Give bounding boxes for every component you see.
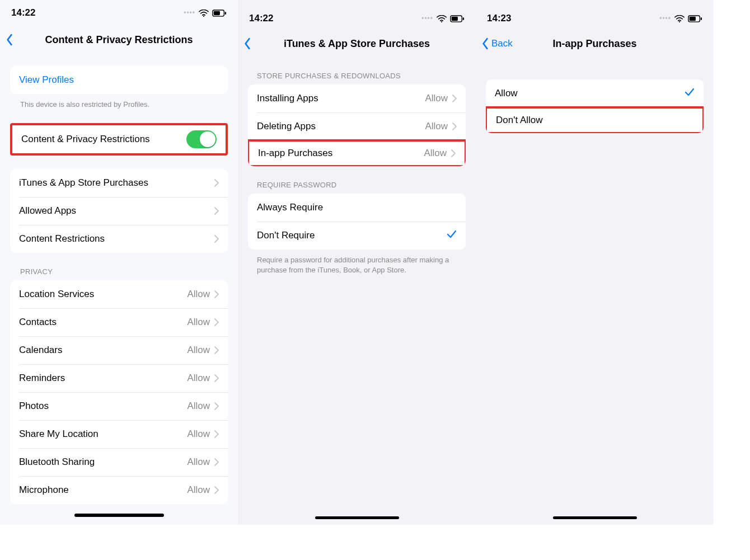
screen-content-privacy: 14:22 •••• Content & Privacy Restriction… [0, 0, 238, 525]
row-share-location[interactable]: Share My Location Allow [10, 420, 228, 448]
row-allowed-apps[interactable]: Allowed Apps [10, 197, 228, 225]
row-allow[interactable]: Allow [486, 79, 704, 107]
chevron-right-icon [214, 430, 219, 438]
check-icon [447, 229, 457, 242]
row-content-restrictions[interactable]: Content Restrictions [10, 225, 228, 253]
store-card: Installing Apps Allow Deleting Apps Allo… [248, 84, 466, 166]
row-photos[interactable]: Photos Allow [10, 392, 228, 420]
privacy-header: PRIVACY [10, 253, 228, 280]
page-title: Content & Privacy Restrictions [0, 34, 238, 46]
wifi-icon [199, 10, 209, 17]
view-profiles-row[interactable]: View Profiles [10, 66, 228, 94]
row-always-require[interactable]: Always Require [248, 194, 466, 222]
menu-card: iTunes & App Store Purchases Allowed App… [10, 169, 228, 253]
chevron-right-icon [214, 346, 219, 354]
wifi-icon [437, 15, 447, 22]
cellular-dots-icon: •••• [184, 9, 195, 17]
cellular-dots-icon: •••• [421, 15, 433, 22]
view-profiles-label: View Profiles [19, 74, 219, 86]
home-indicator[interactable] [74, 514, 164, 517]
chevron-right-icon [214, 235, 219, 243]
status-bar: 14:22 •••• [0, 0, 238, 25]
row-installing-apps[interactable]: Installing Apps Allow [248, 84, 466, 112]
chevron-right-icon [214, 374, 219, 382]
highlight-toggle: Content & Privacy Restrictions [10, 123, 228, 156]
check-icon [685, 87, 695, 100]
row-microphone[interactable]: Microphone Allow [10, 476, 228, 504]
chevron-right-icon [214, 402, 219, 410]
row-dont-require[interactable]: Don't Require [248, 222, 466, 250]
status-bar: 14:23 •••• [476, 0, 714, 30]
chevron-right-icon [451, 149, 456, 157]
chevron-right-icon [452, 123, 457, 130]
restrictions-toggle-row[interactable]: Content & Privacy Restrictions [12, 125, 226, 153]
row-deleting-apps[interactable]: Deleting Apps Allow [248, 112, 466, 140]
pwd-header: REQUIRE PASSWORD [248, 166, 466, 194]
back-button[interactable] [0, 34, 13, 46]
status-time: 14:22 [249, 13, 273, 24]
battery-icon [450, 15, 465, 22]
wifi-icon [674, 15, 685, 22]
row-calendars[interactable]: Calendars Allow [10, 336, 228, 364]
chevron-right-icon [214, 486, 219, 494]
row-itunes-purchases[interactable]: iTunes & App Store Purchases [10, 169, 228, 197]
nav-bar: Content & Privacy Restrictions [0, 25, 238, 55]
row-location-services[interactable]: Location Services Allow [10, 280, 228, 308]
chevron-right-icon [214, 318, 219, 326]
pwd-card: Always Require Don't Require [248, 194, 466, 250]
chevron-right-icon [214, 458, 219, 466]
pwd-footnote: Require a password for additional purcha… [248, 250, 466, 275]
toggle-switch-on[interactable] [186, 130, 217, 148]
cellular-dots-icon: •••• [659, 15, 671, 22]
battery-icon [212, 10, 227, 17]
battery-icon [688, 15, 702, 22]
profiles-card: View Profiles [10, 66, 228, 94]
back-button[interactable]: Back [476, 37, 513, 50]
restrictions-toggle-label: Content & Privacy Restrictions [21, 134, 186, 145]
home-indicator[interactable] [315, 516, 399, 519]
status-time: 14:23 [487, 13, 511, 24]
page-title: iTunes & App Store Purchases [238, 38, 476, 50]
status-time: 14:22 [11, 7, 35, 18]
profiles-note: This device is also restricted by Profil… [10, 94, 228, 110]
nav-bar: Back In-app Purchases [476, 30, 714, 57]
home-indicator[interactable] [553, 516, 637, 519]
privacy-card: Location Services Allow Contacts Allow C… [10, 280, 228, 504]
row-dont-allow[interactable]: Don't Allow [486, 106, 704, 133]
screen-in-app-purchases: 14:23 •••• Back In-app Purchases Allow [476, 0, 714, 525]
chevron-right-icon [214, 179, 219, 187]
row-reminders[interactable]: Reminders Allow [10, 364, 228, 392]
row-contacts[interactable]: Contacts Allow [10, 308, 228, 336]
status-bar: 14:22 •••• [238, 0, 476, 30]
nav-bar: iTunes & App Store Purchases [238, 30, 476, 57]
row-bluetooth-sharing[interactable]: Bluetooth Sharing Allow [10, 448, 228, 476]
row-in-app-purchases[interactable]: In-app Purchases Allow [248, 139, 466, 166]
screen-itunes-purchases: 14:22 •••• iTunes & App Store Purchases … [238, 0, 476, 525]
options-card: Allow Don't Allow [486, 79, 704, 133]
chevron-right-icon [214, 207, 219, 215]
back-label: Back [491, 38, 513, 49]
chevron-right-icon [452, 95, 457, 102]
store-header: STORE PURCHASES & REDOWNLOADS [248, 57, 466, 84]
back-button[interactable] [238, 37, 251, 50]
chevron-right-icon [214, 290, 219, 298]
